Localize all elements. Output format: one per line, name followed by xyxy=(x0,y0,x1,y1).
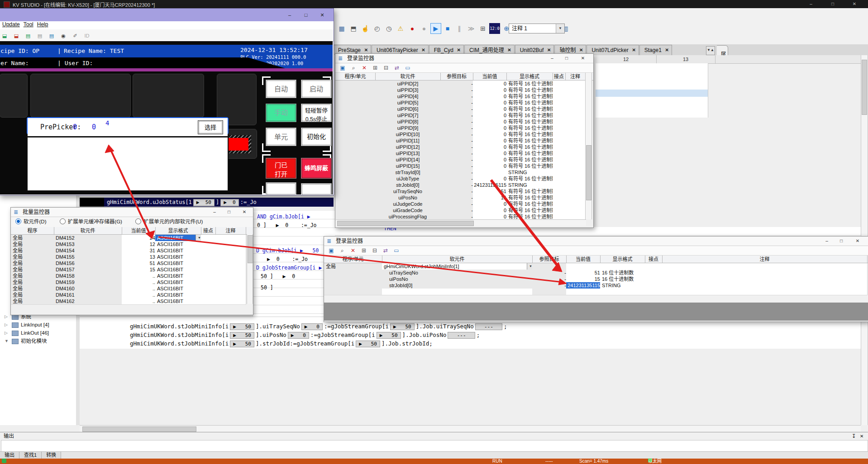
menu-item[interactable]: Update xyxy=(2,21,20,28)
close-button[interactable]: ✕ xyxy=(852,237,863,245)
tree-item[interactable]: ▷ LinkOut [46] xyxy=(0,329,76,336)
doc-globe-icon[interactable]: ▤ xyxy=(46,30,57,41)
table-row[interactable]: 全局 gHmiCimUKWord.stJobMiniInfo[1]▼ xyxy=(324,263,868,270)
find-icon[interactable]: ⌕ xyxy=(338,246,347,255)
table-row[interactable]: uiPPID[5] - 0 有符号 16 位十进制数 xyxy=(335,99,593,106)
stop-icon[interactable]: ■ xyxy=(442,23,453,34)
close-button[interactable]: ✕ xyxy=(316,11,328,19)
monitor1-hscrollbar[interactable] xyxy=(336,219,586,226)
tree-item[interactable]: ▷ LinkInput [4] xyxy=(0,321,76,328)
editor-hscrollbar[interactable] xyxy=(80,425,861,432)
monitor-swap-icon[interactable]: ⬒ xyxy=(348,23,359,34)
radio-option[interactable]: 扩展单元的内部软元件(U) xyxy=(135,217,203,226)
table-row[interactable]: uiPPID[13] - 0 有符号 16 位十进制数 xyxy=(335,150,593,156)
find-icon[interactable]: ⌕ xyxy=(349,63,358,72)
table-row[interactable]: uiPosNo - 15 16 位十进制数 xyxy=(324,276,868,282)
minimize-button[interactable]: – xyxy=(802,0,820,8)
delete-row-icon[interactable]: ✕ xyxy=(360,63,369,72)
step-icon[interactable]: ≫ xyxy=(466,23,477,34)
maximize-button[interactable]: □ xyxy=(561,54,572,62)
menu-item[interactable]: Tool xyxy=(24,21,33,28)
pause-icon[interactable]: ∥ xyxy=(454,23,465,34)
table-row[interactable]: strTrayId[0] - STRING xyxy=(335,169,593,175)
monitor1-vscrollbar[interactable] xyxy=(585,73,592,219)
minimize-button[interactable]: – xyxy=(284,11,296,19)
monitor-icon[interactable]: ▭ xyxy=(392,246,401,255)
selected-script-line[interactable]: gHmiCimUKWord.uJobStatus[1▶ 50]▶ 0:=_Jo xyxy=(80,198,334,207)
init-button[interactable]: 初始化 xyxy=(301,128,332,146)
tree-expand-icon[interactable]: ▼ xyxy=(5,337,9,345)
id-badge-icon[interactable]: ID xyxy=(81,30,92,41)
minimize-button[interactable]: – xyxy=(821,237,833,245)
minimize-button[interactable]: – xyxy=(209,208,220,216)
append-row-icon[interactable]: ⊟ xyxy=(370,246,379,255)
combo-dropdown-icon[interactable]: ▼ xyxy=(556,24,564,33)
menu-item[interactable]: Help xyxy=(37,21,48,28)
tree-item[interactable]: ▼ 初始化模块 xyxy=(0,337,76,345)
table-row[interactable]: 全局 DM4152 24 ASCII16BIT▼ xyxy=(11,235,253,241)
script-statement[interactable]: gHmiCimUKWord.stJobMiniInfo[i▶ 50].uiTra… xyxy=(130,322,507,331)
manual-button[interactable]: 手动 xyxy=(266,104,296,122)
table-row[interactable]: 全局 DM4161 .. ASCII16BIT xyxy=(11,292,253,298)
window-title-bar[interactable]: ≣ 批量监控器 – □ ✕ xyxy=(11,208,253,217)
window-title-bar[interactable]: ≣ 登录监控器 – □ ✕ xyxy=(335,54,593,63)
monitor-icon[interactable]: ▭ xyxy=(403,63,412,72)
table-row[interactable]: uiProcessingFlag - 0 有符号 16 位十进制数 xyxy=(335,213,593,220)
editor-tab[interactable]: Unit07LdPicker✕ xyxy=(587,45,639,55)
monitor-sync-green-icon[interactable]: ⬓ xyxy=(0,30,10,41)
table-row[interactable]: uiPPID[8] - 0 有符号 16 位十进制数 xyxy=(335,118,593,125)
clock-badge[interactable]: 12:0 xyxy=(489,23,500,34)
table-row[interactable]: 全局 DM4160 .. ASCII16BIT xyxy=(11,285,253,292)
table-row[interactable]: uiPPID[3] - 0 有符号 16 位十进制数 xyxy=(335,87,593,93)
script-statement[interactable]: gHmiCimUKWord.stJobMiniInfo[i▶ 50].uiPos… xyxy=(130,331,480,339)
tab-close-icon[interactable]: ✕ xyxy=(632,45,635,55)
table-row[interactable]: uiPPID[7] - 0 有符号 16 位十进制数 xyxy=(335,112,593,118)
wrench-icon[interactable]: ✐ xyxy=(70,30,81,41)
record-icon[interactable]: ● xyxy=(407,23,418,34)
tab-close-icon[interactable]: ✕ xyxy=(665,45,668,55)
close-icon[interactable]: ✕ xyxy=(860,432,863,440)
transfer-icon[interactable]: ⇄ xyxy=(381,246,390,255)
table-row[interactable]: uiJobType - 0 有符号 16 位十进制数 xyxy=(335,175,593,182)
table-row[interactable]: 全局 DM4153 12 ASCII16BIT xyxy=(11,241,253,247)
close-button[interactable]: ✕ xyxy=(577,54,589,62)
bottom-tab[interactable]: 转换 xyxy=(42,452,61,459)
close-button[interactable]: ✕ xyxy=(845,0,863,8)
table-row[interactable]: strJobId[0] - 241231135115 STRING xyxy=(324,282,868,289)
stopwatch-run-icon[interactable]: ◷ xyxy=(383,23,394,34)
camera-icon[interactable]: ◉ xyxy=(58,30,69,41)
bottom-tab[interactable]: 查找1 xyxy=(19,452,42,459)
hand-touch-icon[interactable]: ☝ xyxy=(360,23,371,34)
start-button[interactable]: 启动 xyxy=(301,80,332,98)
table-row[interactable]: uiPPID[14] - 0 有符号 16 位十进制数 xyxy=(335,156,593,163)
monitor-alert-icon[interactable]: ⚠ xyxy=(395,23,406,34)
table-row[interactable]: uiGradeCode - 0 有符号 16 位十进制数 xyxy=(335,207,593,213)
ladder-selected-row[interactable] xyxy=(596,90,708,97)
table-row[interactable]: uiJudgeCode - 0 有符号 16 位十进制数 xyxy=(335,201,593,207)
insert-row-icon[interactable]: ⊞ xyxy=(359,246,368,255)
table-row[interactable]: uiTraySeqNo - 51 有符号 16 位十进制数 xyxy=(335,188,593,194)
script-statement[interactable]: gHmiCimUKWord.stJobMiniInfo[i▶ 50].strJo… xyxy=(130,339,433,348)
maximize-button[interactable]: □ xyxy=(300,11,312,19)
table-row[interactable]: uiPPID[15] - 0 有符号 16 位十进制数 xyxy=(335,163,593,169)
table-row[interactable]: 全局 DM4154 31 ASCII16BIT xyxy=(11,247,253,254)
unit-button[interactable]: 单元 xyxy=(266,128,296,146)
doc-refresh-icon[interactable]: ▤ xyxy=(23,30,33,41)
table-row[interactable]: uiPPID[11] - 0 有符号 16 位十进制数 xyxy=(335,137,593,144)
grid-icon[interactable]: ▦ xyxy=(336,23,347,34)
tab-list-button[interactable]: ▼▲ xyxy=(706,46,715,55)
transfer-icon[interactable]: ⇄ xyxy=(392,63,401,72)
pin-icon[interactable]: ↧ xyxy=(852,432,856,440)
comment-set-combo[interactable]: 注释 1 ▼ xyxy=(509,24,565,33)
delete-row-icon[interactable]: ✕ xyxy=(348,246,358,255)
monitor-plus-icon[interactable]: ⊞ xyxy=(477,23,488,34)
editor-tab[interactable]: Stage1✕ xyxy=(639,45,672,55)
record-off-icon[interactable]: ● xyxy=(419,23,429,34)
monitor-sync-red-icon[interactable]: ⬓ xyxy=(11,30,22,41)
window-title-bar[interactable]: ≣ 登录监控器 – □ ✕ xyxy=(324,237,868,246)
buzzer-mask-button[interactable]: 蜂鸣屏蔽 xyxy=(301,158,332,179)
hmi-title-bar[interactable]: – □ ✕ xyxy=(0,9,334,21)
table-row[interactable]: strJobId[0] - 241231135115 STRING xyxy=(335,182,593,188)
tree-expand-icon[interactable]: ▷ xyxy=(5,321,8,328)
play-icon[interactable]: ▶ xyxy=(430,23,441,34)
